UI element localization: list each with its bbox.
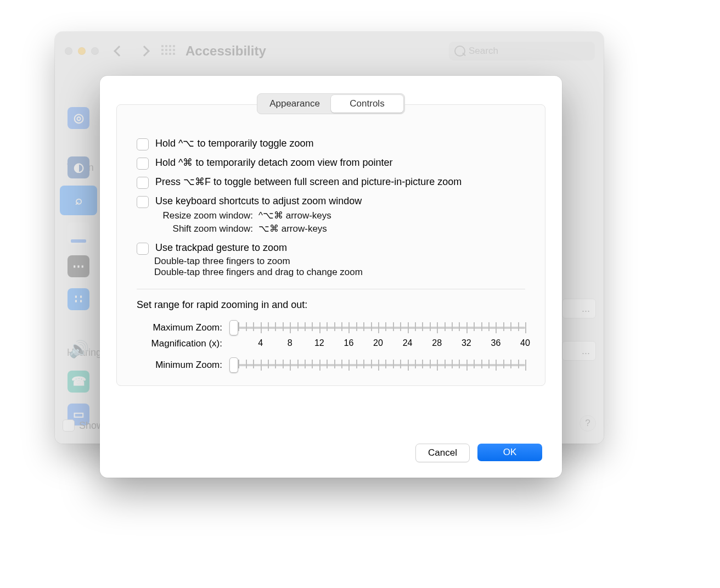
checkbox-icon [137, 196, 149, 208]
option-hold-ctrl-opt[interactable]: Hold ^⌥ to temporarily toggle zoom [137, 137, 525, 150]
trackpad-details: Double-tap three fingers to zoom Double-… [154, 256, 525, 278]
option-keyboard-shortcuts[interactable]: Use keyboard shortcuts to adjust zoom wi… [137, 194, 525, 208]
slider-ticks [231, 360, 525, 371]
option-press-opt-cmd-f[interactable]: Press ⌥⌘F to toggle between full screen … [137, 175, 525, 189]
maximum-zoom-row: Maximum Zoom: [137, 321, 525, 335]
slider-ticks [231, 322, 525, 333]
minimum-zoom-label: Minimum Zoom: [137, 360, 222, 371]
zoom-advanced-sheet: Appearance Controls Hold ^⌥ to temporari… [100, 76, 562, 478]
magnification-scale-row: Magnification (x): 481216202428323640 [137, 338, 525, 349]
option-trackpad-gesture[interactable]: Use trackpad gesture to zoom [137, 241, 525, 255]
controls-panel: Hold ^⌥ to temporarily toggle zoom Hold … [116, 104, 545, 386]
maximum-zoom-label: Maximum Zoom: [137, 322, 222, 333]
option-hold-ctrl-cmd[interactable]: Hold ^⌘ to temporarily detach zoom view … [137, 156, 525, 170]
minimum-zoom-row: Minimum Zoom: [137, 358, 525, 372]
cancel-button[interactable]: Cancel [415, 444, 470, 462]
checkbox-icon [137, 177, 149, 189]
magnification-scale: 481216202428323640 [231, 338, 525, 349]
range-title: Set range for rapid zooming in and out: [137, 299, 525, 311]
minimum-zoom-slider[interactable] [231, 358, 525, 372]
sheet-footer: Cancel OK [100, 444, 562, 478]
tab-appearance[interactable]: Appearance [258, 95, 331, 113]
magnification-label: Magnification (x): [137, 338, 222, 349]
divider [137, 289, 525, 289]
checkbox-icon [137, 243, 149, 255]
ok-button[interactable]: OK [477, 444, 542, 461]
keyboard-shortcuts-details: Resize zoom window:^⌥⌘ arrow-keys Shift … [154, 209, 525, 236]
checkbox-icon [137, 138, 149, 150]
tab-bar: Appearance Controls [257, 93, 405, 114]
maximum-zoom-slider[interactable] [231, 321, 525, 335]
slider-thumb[interactable] [229, 357, 238, 373]
tab-controls[interactable]: Controls [331, 95, 403, 113]
slider-thumb[interactable] [229, 320, 238, 335]
checkbox-icon [137, 158, 149, 170]
